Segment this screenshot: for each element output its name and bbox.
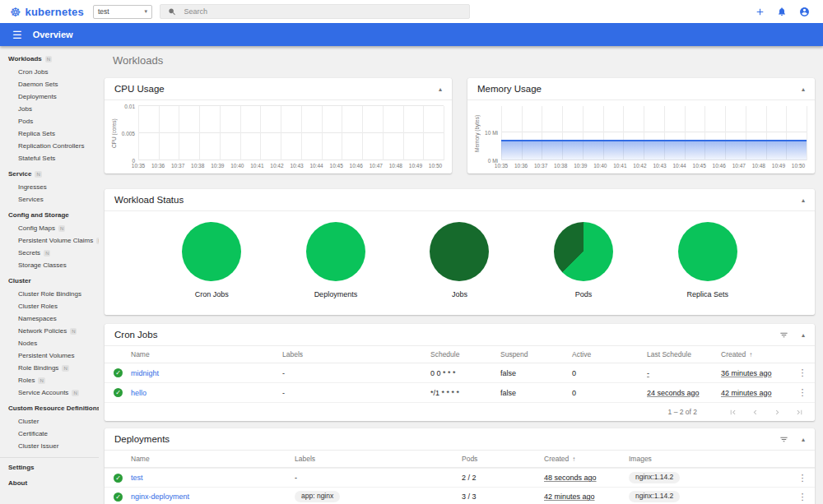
- sidebar-item-daemon-sets[interactable]: Daemon Sets: [0, 78, 99, 90]
- sidebar-item-role-bindings[interactable]: Role BindingsN: [0, 362, 99, 374]
- sidebar-item-replication-controllers[interactable]: Replication Controllers: [0, 140, 99, 152]
- previous-page-icon[interactable]: [751, 408, 760, 417]
- column-header-name[interactable]: Name: [131, 350, 282, 358]
- hamburger-menu-icon[interactable]: ☰: [12, 30, 22, 40]
- column-header-images[interactable]: Images: [629, 455, 790, 463]
- namespace-select[interactable]: test ▾: [93, 5, 152, 19]
- sidebar-item-ingresses[interactable]: Ingresses: [0, 181, 99, 193]
- brand[interactable]: ☸ kubernetes: [10, 6, 93, 18]
- pie-chart-label: Deployments: [314, 290, 358, 298]
- sidebar-item-about[interactable]: About: [0, 477, 99, 489]
- cron-job-name-link[interactable]: midnight: [131, 369, 282, 377]
- collapse-arrow-icon[interactable]: ▴: [802, 331, 805, 339]
- sidebar-item-label: Custom Resource Definitions: [8, 405, 99, 412]
- row-menu-icon[interactable]: ⋮: [790, 368, 815, 378]
- sidebar-item-replica-sets[interactable]: Replica Sets: [0, 127, 99, 140]
- row-menu-icon[interactable]: ⋮: [790, 387, 815, 398]
- sidebar-item-config-maps[interactable]: Config MapsN: [0, 222, 99, 234]
- sidebar-item-cluster-role-bindings[interactable]: Cluster Role Bindings: [0, 288, 99, 300]
- sidebar-item-cron-jobs[interactable]: Cron Jobs: [0, 66, 99, 78]
- x-tick-label: 10:43: [290, 163, 303, 169]
- sidebar-item-label: Cluster Roles: [18, 303, 58, 310]
- sidebar-item-roles[interactable]: RolesN: [0, 374, 99, 386]
- sidebar-item-pods[interactable]: Pods: [0, 115, 99, 127]
- label-chip: nginx:1.14.2: [629, 472, 680, 483]
- column-header-name[interactable]: Name: [131, 455, 295, 463]
- blue-navbar: ☰ Overview: [0, 23, 823, 46]
- sidebar-item-service[interactable]: ServiceN: [0, 168, 99, 180]
- column-header-created[interactable]: Created↑: [721, 350, 790, 358]
- row-menu-icon[interactable]: ⋮: [790, 473, 815, 483]
- column-header-schedule[interactable]: Schedule: [430, 350, 500, 358]
- search-input[interactable]: [184, 7, 462, 16]
- collapse-arrow-icon[interactable]: ▴: [439, 86, 442, 93]
- first-page-icon[interactable]: [728, 408, 737, 417]
- cron-job-name-link[interactable]: hello: [131, 389, 282, 397]
- kubernetes-logo-icon: ☸: [10, 6, 21, 18]
- column-header-active[interactable]: Active: [572, 350, 647, 358]
- sidebar-item-cluster[interactable]: Cluster: [0, 275, 99, 287]
- column-header-pods[interactable]: Pods: [462, 455, 544, 463]
- user-account-icon[interactable]: [798, 6, 810, 17]
- x-tick-label: 10:40: [593, 163, 607, 169]
- sidebar-item-settings[interactable]: Settings: [0, 461, 99, 474]
- sidebar-item-persistent-volume-claims[interactable]: Persistent Volume ClaimsN: [0, 234, 99, 247]
- column-header-labels[interactable]: Labels: [282, 350, 430, 358]
- column-header-last-schedule[interactable]: Last Schedule: [647, 350, 721, 358]
- x-tick-label: 10:35: [132, 163, 145, 169]
- deployment-name-link[interactable]: nginx-deployment: [131, 492, 295, 501]
- collapse-arrow-icon[interactable]: ▴: [802, 197, 805, 204]
- collapse-arrow-icon[interactable]: ▴: [802, 436, 805, 443]
- row-menu-icon[interactable]: ⋮: [790, 492, 815, 502]
- x-tick-label: 10:47: [370, 163, 383, 169]
- schedule-cell: */1 * * * *: [430, 389, 500, 397]
- memory-chart: Memory (bytes) 10 Mi0 Mi 10:3510:3610:37…: [467, 100, 815, 173]
- sidebar-item-config-and-storage[interactable]: Config and Storage: [0, 209, 99, 221]
- x-tick-label: 10:35: [495, 163, 508, 169]
- deployment-row: ✓test-2 / 248 seconds agonginx:1.14.2⋮: [105, 468, 815, 487]
- column-header-created[interactable]: Created↑: [544, 455, 629, 463]
- sidebar-item-custom-resource-definitions[interactable]: Custom Resource Definitions: [0, 402, 99, 414]
- pods-cell: 3 / 3: [462, 492, 544, 501]
- filter-icon[interactable]: [779, 435, 788, 444]
- collapse-arrow-icon[interactable]: ▴: [802, 86, 805, 93]
- add-icon[interactable]: [754, 6, 765, 17]
- cpu-chart: CPU (cores) 0.010.0050 10:3510:3610:3710…: [105, 100, 452, 173]
- gridline: [199, 106, 200, 160]
- sidebar-item-secrets[interactable]: SecretsN: [0, 247, 99, 259]
- sidebar-item-stateful-sets[interactable]: Stateful Sets: [0, 152, 99, 164]
- search-box[interactable]: [160, 4, 470, 19]
- active-cell: 0: [572, 369, 647, 377]
- sidebar-item-service-accounts[interactable]: Service AccountsN: [0, 386, 99, 399]
- top-header: ☸ kubernetes test ▾: [0, 0, 823, 23]
- sidebar-item-deployments[interactable]: Deployments: [0, 90, 99, 103]
- gridline: [138, 105, 444, 106]
- navbar-title: Overview: [33, 30, 73, 39]
- x-tick-label: 10:41: [250, 163, 263, 169]
- cron-jobs-table: NameLabelsScheduleSuspendActiveLast Sche…: [105, 346, 815, 403]
- pagination-range-label: 1 – 2 of 2: [668, 408, 697, 416]
- deployment-name-link[interactable]: test: [131, 474, 295, 482]
- next-page-icon[interactable]: [773, 408, 782, 417]
- filter-icon[interactable]: [779, 331, 788, 340]
- sidebar-item-jobs[interactable]: Jobs: [0, 103, 99, 115]
- notifications-bell-icon[interactable]: [776, 6, 788, 17]
- sidebar-item-cluster-issuer[interactable]: Cluster Issuer: [0, 440, 99, 452]
- sidebar-item-persistent-volumes[interactable]: Persistent Volumes: [0, 349, 99, 362]
- labels-cell: -: [295, 474, 462, 482]
- column-header-labels[interactable]: Labels: [295, 455, 462, 463]
- sidebar-item-services[interactable]: Services: [0, 193, 99, 206]
- column-header-suspend[interactable]: Suspend: [500, 350, 572, 358]
- last-page-icon[interactable]: [795, 408, 804, 417]
- sidebar-item-label: Persistent Volume Claims: [18, 237, 93, 244]
- sidebar-item-storage-classes[interactable]: Storage Classes: [0, 259, 99, 271]
- sidebar-item-certificate[interactable]: Certificate: [0, 428, 99, 440]
- sidebar-item-workloads[interactable]: WorkloadsN: [0, 53, 99, 65]
- sidebar-item-network-policies[interactable]: Network PoliciesN: [0, 325, 99, 337]
- sidebar-item-cluster[interactable]: Cluster: [0, 415, 99, 428]
- sidebar-item-label: Cluster: [8, 277, 31, 284]
- sidebar-item-nodes[interactable]: Nodes: [0, 337, 99, 349]
- x-tick-label: 10:44: [309, 163, 323, 169]
- sidebar-item-cluster-roles[interactable]: Cluster Roles: [0, 300, 99, 312]
- sidebar-item-namespaces[interactable]: Namespaces: [0, 312, 99, 325]
